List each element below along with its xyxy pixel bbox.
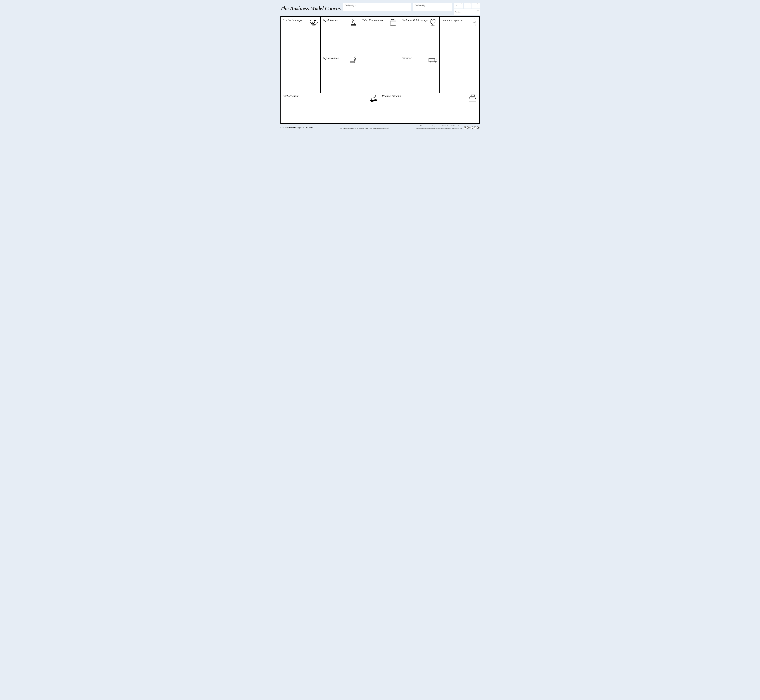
year-hint: Year <box>477 3 479 5</box>
svg-rect-25 <box>468 127 469 128</box>
svg-rect-21 <box>469 100 476 101</box>
svg-point-1 <box>313 20 317 24</box>
svg-point-24 <box>468 127 469 128</box>
on-row: On: Day Month Year <box>454 3 480 8</box>
block-channels[interactable]: Channels <box>400 55 440 93</box>
person-pallet-icon <box>348 56 359 64</box>
cc-icon-row: cc <box>464 126 480 129</box>
license-line1: This work is licensed under the Creative… <box>416 125 462 127</box>
block-key-partnerships[interactable]: Key Partnerships <box>281 17 321 93</box>
license-line3: or send a letter to Creative Commons, 17… <box>416 128 462 129</box>
svg-rect-13 <box>429 58 434 62</box>
heart-icon <box>427 18 438 27</box>
invoice-icon <box>368 94 379 102</box>
date-iteration-group: On: Day Month Year Iteration: No. <box>454 3 480 15</box>
person-standing-icon <box>471 18 478 27</box>
footer-url: www.businessmodelgeneration.com <box>280 127 313 129</box>
footer-credit: Visio diagram created by Craig Mathews o… <box>315 127 414 129</box>
truck-icon <box>427 56 438 64</box>
block-customer-relationships[interactable]: Customer Relationships <box>400 17 440 55</box>
svg-point-16 <box>474 18 475 20</box>
worker-icon <box>348 18 359 27</box>
block-key-activities[interactable]: Key Activities <box>321 17 360 55</box>
header-row: The Business Model Canvas Designed for: … <box>280 3 480 15</box>
svg-point-12 <box>430 25 435 26</box>
license-line2: To view a copy of this license, visit ht… <box>416 127 462 128</box>
svg-point-14 <box>430 61 431 62</box>
cc-attrib-icon <box>477 126 480 129</box>
license-text: This work is licensed under the Creative… <box>416 125 462 129</box>
footer-row: www.businessmodelgeneration.com Visio di… <box>280 125 480 129</box>
cc-remix-icon <box>474 126 476 129</box>
cc-icon: cc <box>464 126 466 129</box>
block-value-propositions[interactable]: Value Propositions <box>360 17 400 93</box>
cash-register-icon <box>467 94 478 102</box>
designed-for-box[interactable]: Designed for: <box>343 3 411 11</box>
svg-point-2 <box>310 25 317 25</box>
iteration-hint: No. <box>478 10 479 11</box>
day-hint: Day <box>461 3 463 5</box>
gift-box-icon <box>388 18 398 27</box>
svg-rect-20 <box>472 95 475 97</box>
designed-for-label: Designed for: <box>345 4 357 6</box>
cc-sa-icon <box>470 126 473 129</box>
canvas-grid: Key Partnerships Key Activities Key Reso… <box>280 16 480 123</box>
designed-by-label: Designed by: <box>415 4 426 6</box>
svg-rect-4 <box>351 25 356 25</box>
business-model-canvas-page: The Business Model Canvas Designed for: … <box>277 0 483 130</box>
year-box[interactable]: Year <box>472 3 480 8</box>
rings-icon <box>308 18 319 27</box>
block-customer-segments[interactable]: Customer Segments <box>440 17 479 93</box>
block-cost-structure[interactable]: Cost Structure <box>281 93 380 123</box>
designed-by-box[interactable]: Designed by: <box>413 3 452 11</box>
block-revenue-streams[interactable]: Revenue Streams <box>380 93 479 123</box>
label-revenue-streams: Revenue Streams <box>382 94 477 98</box>
footer-license-group: This work is licensed under the Creative… <box>416 125 480 129</box>
month-hint: Month <box>468 3 471 5</box>
on-label: On: <box>455 4 458 6</box>
page-title: The Business Model Canvas <box>280 3 341 11</box>
iteration-label: Iteration: <box>455 11 461 13</box>
label-cost-structure: Cost Structure <box>283 94 378 98</box>
month-box[interactable]: Month <box>464 3 472 8</box>
on-label-box: On: Day <box>454 3 464 8</box>
svg-point-11 <box>390 25 396 26</box>
svg-point-15 <box>435 61 436 62</box>
cc-by-icon <box>467 126 470 129</box>
block-key-resources[interactable]: Key Resources <box>321 55 360 93</box>
svg-point-26 <box>478 127 479 127</box>
svg-point-5 <box>354 57 356 58</box>
iteration-box[interactable]: Iteration: No. <box>454 9 480 15</box>
